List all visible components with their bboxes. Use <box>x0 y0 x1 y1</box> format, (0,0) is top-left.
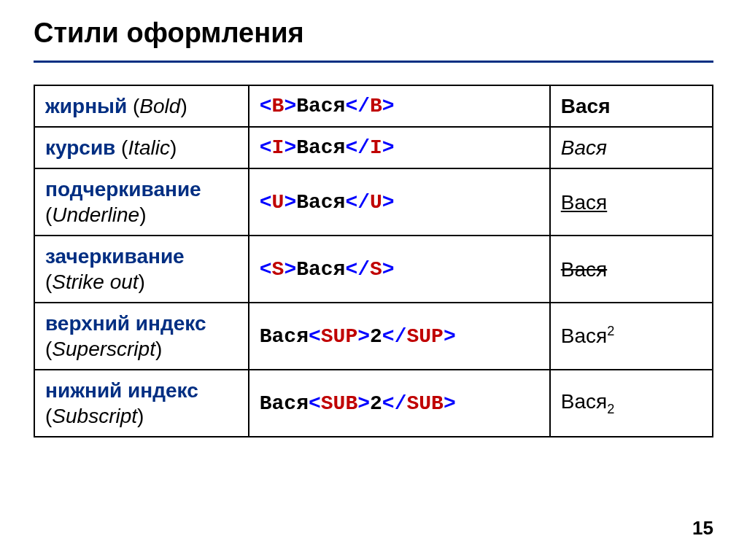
style-rendered: Вася2 <box>550 370 713 437</box>
table-row: жирный (Bold)<B>Вася</B>Вася <box>34 85 713 127</box>
style-description: подчеркивание (Underline) <box>34 168 249 236</box>
code-tag: I <box>272 136 285 159</box>
code-bracket: > <box>357 392 370 415</box>
code-text: Вася <box>260 325 309 348</box>
style-name-ru: жирный <box>45 95 127 117</box>
style-html-code: <U>Вася</U> <box>249 168 550 236</box>
code-tag: SUP <box>321 325 357 348</box>
code-bracket: > <box>284 258 296 281</box>
code-tag: U <box>370 191 382 214</box>
style-description: зачеркивание (Strike out) <box>34 236 249 303</box>
style-name-en: Strike out <box>52 271 138 293</box>
style-description: верхний индекс (Superscript) <box>34 303 249 370</box>
style-name-ru: курсив <box>45 136 115 159</box>
code-tag: I <box>370 136 382 159</box>
style-name-en: Superscript <box>52 338 155 360</box>
table-row: нижний индекс (Subscript)Вася<SUB>2</SUB… <box>34 370 713 437</box>
style-html-code: Вася<SUB>2</SUB> <box>249 370 550 437</box>
code-tag: SUB <box>321 392 357 415</box>
code-bracket: > <box>284 191 296 214</box>
title-underline <box>34 61 713 63</box>
code-tag: SUP <box>406 325 443 348</box>
rendered-text: Вася <box>561 325 607 348</box>
code-bracket: > <box>284 95 296 117</box>
code-bracket: > <box>284 136 296 159</box>
code-text: Вася <box>296 191 345 214</box>
code-tag: S <box>272 258 285 281</box>
code-bracket: </ <box>345 136 370 159</box>
code-bracket: > <box>444 392 456 415</box>
rendered-text: Вася <box>561 136 607 159</box>
code-tag: S <box>370 258 382 281</box>
code-text: Вася <box>296 95 345 117</box>
style-description: нижний индекс (Subscript) <box>34 370 249 437</box>
code-bracket: > <box>382 136 395 159</box>
styles-table-body: жирный (Bold)<B>Вася</B>Васякурсив (Ital… <box>34 85 713 437</box>
styles-table: жирный (Bold)<B>Вася</B>Васякурсив (Ital… <box>34 85 713 438</box>
style-html-code: <B>Вася</B> <box>249 85 550 127</box>
style-name-en: Italic <box>128 136 170 159</box>
code-text: Вася <box>260 392 309 415</box>
style-name-ru: нижний индекс <box>45 379 198 402</box>
rendered-subscript: 2 <box>607 402 614 416</box>
code-bracket: < <box>260 136 272 159</box>
code-text: 2 <box>370 392 382 415</box>
code-bracket: < <box>260 191 272 214</box>
table-row: подчеркивание (Underline)<U>Вася</U>Вася <box>34 168 713 236</box>
style-html-code: <I>Вася</I> <box>249 127 550 168</box>
code-bracket: > <box>357 325 370 348</box>
table-row: верхний индекс (Superscript)Вася<SUP>2</… <box>34 303 713 370</box>
rendered-superscript: 2 <box>607 324 614 338</box>
code-bracket: < <box>309 392 321 415</box>
table-row: курсив (Italic)<I>Вася</I>Вася <box>34 127 713 168</box>
style-name-en: Underline <box>52 203 139 226</box>
code-tag: B <box>272 95 285 117</box>
page-number: 15 <box>692 517 713 540</box>
style-name-ru: зачеркивание <box>45 245 185 268</box>
style-description: жирный (Bold) <box>34 85 249 127</box>
style-name-en: Subscript <box>52 405 137 427</box>
code-text: 2 <box>370 325 382 348</box>
style-name-ru: верхний индекс <box>45 312 206 335</box>
code-text: Вася <box>296 136 345 159</box>
style-name-en: Bold <box>139 95 180 117</box>
rendered-text: Вася <box>561 95 611 117</box>
rendered-text: Вася <box>561 390 607 413</box>
slide-title: Стили оформления <box>34 18 713 49</box>
code-bracket: </ <box>382 392 407 415</box>
code-bracket: </ <box>382 325 407 348</box>
code-bracket: > <box>382 95 395 117</box>
code-bracket: </ <box>345 191 370 214</box>
code-bracket: > <box>382 258 395 281</box>
style-html-code: <S>Вася</S> <box>249 236 550 303</box>
style-rendered: Вася <box>550 168 713 236</box>
style-html-code: Вася<SUP>2</SUP> <box>249 303 550 370</box>
rendered-text: Вася <box>561 258 607 281</box>
style-description: курсив (Italic) <box>34 127 249 168</box>
code-tag: B <box>370 95 382 117</box>
style-rendered: Вася <box>550 127 713 168</box>
code-tag: SUB <box>406 392 443 415</box>
style-name-ru: подчеркивание <box>45 178 201 201</box>
code-bracket: </ <box>345 258 370 281</box>
code-bracket: </ <box>345 95 370 117</box>
style-rendered: Вася <box>550 236 713 303</box>
code-bracket: > <box>444 325 456 348</box>
code-bracket: < <box>309 325 321 348</box>
code-bracket: < <box>260 95 272 117</box>
style-rendered: Вася <box>550 85 713 127</box>
code-text: Вася <box>296 258 345 281</box>
table-row: зачеркивание (Strike out)<S>Вася</S>Вася <box>34 236 713 303</box>
rendered-text: Вася <box>561 191 607 214</box>
style-rendered: Вася2 <box>550 303 713 370</box>
code-tag: U <box>272 191 285 214</box>
code-bracket: > <box>382 191 395 214</box>
code-bracket: < <box>260 258 272 281</box>
